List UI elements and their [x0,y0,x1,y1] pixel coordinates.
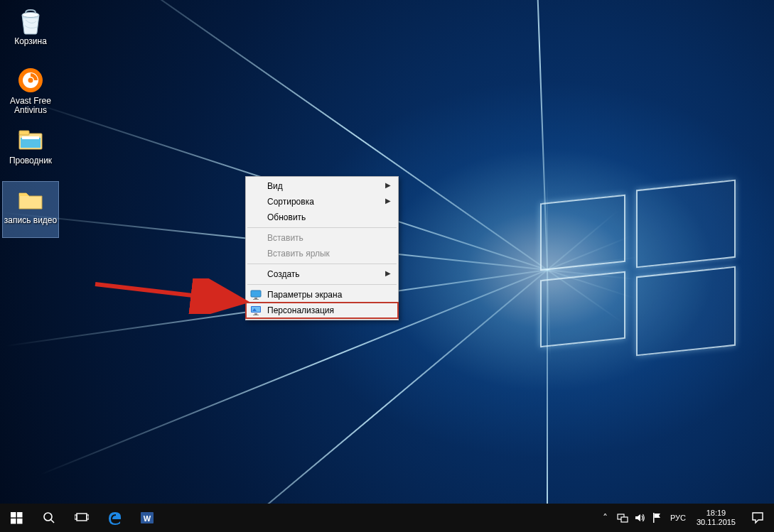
flag-icon [652,512,662,523]
svg-rect-13 [254,313,257,315]
svg-rect-8 [251,291,261,297]
taskbar-right: ˄ РУС 18:19 30.11.2015 [597,504,774,532]
ctx-item-label: Сортировка [267,197,314,207]
avast-icon [14,65,47,95]
submenu-arrow-icon: ▶ [385,197,391,205]
tray-security[interactable] [648,504,665,532]
chevron-up-icon: ˄ [603,512,608,523]
taskbar-app-edge[interactable] [98,504,131,532]
svg-text:W: W [144,514,151,523]
tray-language[interactable]: РУС [665,504,691,532]
ctx-item-paste-shortcut: Вставить ярлык [246,246,398,261]
ctx-item-label: Параметры экрана [267,290,342,300]
svg-rect-10 [253,299,259,300]
ctx-item-personalize[interactable]: Персонализация [246,303,398,318]
ctx-item-label: Обновить [267,212,306,222]
search-icon [43,511,55,524]
svg-line-21 [51,520,55,523]
svg-rect-14 [253,315,259,315]
submenu-arrow-icon: ▶ [385,181,391,189]
svg-rect-23 [75,515,77,519]
desktop-icon-label: запись видео [4,216,57,225]
desktop-icon-recycle-bin[interactable]: Корзина [3,3,58,58]
taskbar-left: W [0,504,163,532]
network-icon [617,512,628,523]
personalize-icon [250,305,262,316]
tray-volume[interactable] [631,504,648,532]
svg-line-15 [95,284,242,301]
notification-icon [751,511,764,524]
action-center-button[interactable] [741,504,774,532]
windows-logo-icon [11,512,23,524]
ctx-separator [247,284,397,285]
windows-logo-wallpaper [540,185,739,355]
submenu-arrow-icon: ▶ [385,269,391,277]
display-settings-icon [250,289,262,300]
ctx-item-view[interactable]: Вид ▶ [246,178,398,194]
desktop-icon-label: Avast Free Antivirus [3,97,58,115]
desktop-context-menu: Вид ▶ Сортировка ▶ Обновить Вставить Вст… [245,176,399,320]
ctx-item-paste: Вставить [246,230,398,246]
tray-chevron[interactable]: ˄ [597,504,614,532]
ctx-separator [247,227,397,228]
desktop-icon-avast[interactable]: Avast Free Antivirus [3,63,58,118]
recycle-bin-icon [14,6,47,36]
start-button[interactable] [0,504,33,532]
ctx-item-label: Персонализация [267,305,334,315]
clock-time: 18:19 [706,509,726,518]
ctx-item-label: Вставить ярлык [267,249,330,259]
svg-rect-28 [621,517,628,522]
ctx-item-label: Создать [267,269,300,279]
ctx-item-new[interactable]: Создать ▶ [246,266,398,282]
desktop-icons: Корзина Avast Free Antivirus [0,1,60,241]
svg-rect-29 [653,513,655,523]
task-view-button[interactable] [65,504,98,532]
taskbar-app-word[interactable]: W [131,504,163,532]
edge-icon [107,510,122,526]
search-button[interactable] [33,504,65,532]
svg-rect-9 [254,298,257,299]
ctx-item-refresh[interactable]: Обновить [246,210,398,225]
word-icon: W [140,511,154,525]
folder-icon [14,185,47,215]
ctx-item-label: Вид [267,181,283,191]
svg-rect-5 [19,131,29,135]
task-view-icon [75,512,89,523]
tray-network[interactable] [614,504,631,532]
ctx-item-display-settings[interactable]: Параметры экрана [246,287,398,303]
desktop-icon-explorer[interactable]: Проводник [3,122,58,178]
taskbar: W ˄ РУС [0,504,774,532]
tray-clock[interactable]: 18:19 30.11.2015 [691,504,741,532]
svg-rect-16 [11,512,16,518]
file-explorer-icon [14,125,47,155]
desktop[interactable]: Корзина Avast Free Antivirus [0,0,774,504]
svg-rect-24 [87,515,89,519]
ctx-item-label: Вставить [267,233,303,243]
svg-rect-22 [77,514,87,521]
svg-rect-18 [11,519,16,524]
ctx-separator [247,264,397,264]
clock-date: 30.11.2015 [697,518,736,527]
svg-rect-19 [17,519,23,524]
desktop-icon-label: Корзина [14,37,47,46]
svg-point-3 [28,78,33,83]
language-label: РУС [670,514,686,522]
svg-point-0 [22,13,39,18]
annotation-arrow [92,278,256,314]
ctx-item-sort[interactable]: Сортировка ▶ [246,194,398,210]
svg-rect-6 [21,138,41,148]
svg-rect-7 [22,136,39,139]
svg-point-20 [44,513,52,521]
desktop-icon-folder[interactable]: запись видео [3,182,58,237]
speaker-icon [634,512,645,523]
svg-rect-17 [17,512,23,518]
desktop-icon-label: Проводник [9,156,52,165]
